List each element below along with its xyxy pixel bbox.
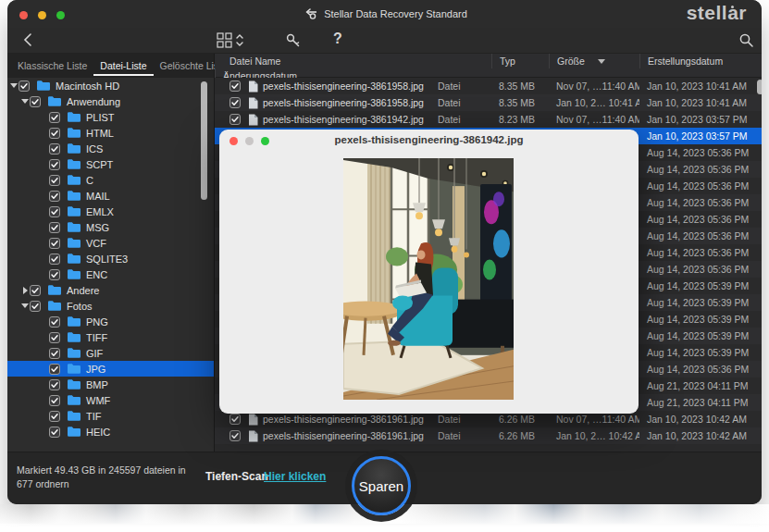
tree-item-label: Fotos xyxy=(67,301,93,312)
tree-item-plist[interactable]: PLIST xyxy=(7,109,214,125)
tree-item-label: TIF xyxy=(86,411,102,422)
tree-item-mail[interactable]: MAIL xyxy=(7,188,214,204)
table-row[interactable]: pexels-thisisengineering-3861958.jpgDate… xyxy=(215,78,762,94)
table-row[interactable]: pexels-thisisengineering-3861942.jpgDate… xyxy=(215,111,762,128)
tree-item-heic[interactable]: HEIC xyxy=(7,424,214,439)
file-type: Datei xyxy=(430,414,491,425)
file-modified: Aug 14, 2023 05:36 PM xyxy=(639,364,762,375)
tree-item-tif[interactable]: TIF xyxy=(7,408,214,424)
file-modified: Jan 10, 2023 10:42 AM xyxy=(639,430,762,441)
tree-item-emlx[interactable]: EMLX xyxy=(7,204,214,219)
checkbox-icon[interactable] xyxy=(49,411,60,422)
file-created: Jan 10, 2… 10:42 AM xyxy=(549,430,639,441)
checkbox-icon[interactable] xyxy=(229,114,241,125)
tree-item-sqlite3[interactable]: SQLITE3 xyxy=(7,251,214,266)
tree-item-label: EMLX xyxy=(86,206,114,217)
file-icon xyxy=(248,414,258,426)
checkbox-icon[interactable] xyxy=(49,128,60,139)
file-modified: Jan 10, 2023 10:41 AM xyxy=(639,80,762,92)
checkbox-icon[interactable] xyxy=(49,112,60,123)
expander-closed-icon[interactable] xyxy=(20,287,30,294)
tree-item-label: HEIC xyxy=(86,427,110,438)
checkbox-icon[interactable] xyxy=(49,348,60,359)
checkbox-icon[interactable] xyxy=(49,191,60,202)
checkbox-icon[interactable] xyxy=(49,254,60,265)
folder-icon xyxy=(67,190,81,202)
tree-item-tiff[interactable]: TIFF xyxy=(7,329,214,345)
checkbox-icon[interactable] xyxy=(30,301,41,312)
expander-open-icon[interactable] xyxy=(20,99,30,104)
tree-item-wmf[interactable]: WMF xyxy=(7,392,214,408)
tree-item-enc[interactable]: ENC xyxy=(7,266,214,282)
checkbox-icon[interactable] xyxy=(49,395,60,406)
folder-icon xyxy=(67,205,81,217)
tree-item-c[interactable]: C xyxy=(7,172,214,188)
tree-item-scpt[interactable]: SCPT xyxy=(7,156,214,172)
checkbox-icon[interactable] xyxy=(229,430,241,441)
help-icon[interactable]: ? xyxy=(333,31,342,47)
tree-item-png[interactable]: PNG xyxy=(7,314,214,329)
table-row[interactable]: pexels-thisisengineering-3861958.jpgDate… xyxy=(215,94,762,111)
checkbox-icon[interactable] xyxy=(49,143,60,155)
sort-caret-icon xyxy=(598,59,605,64)
checkbox-icon[interactable] xyxy=(49,364,60,375)
checkbox-icon[interactable] xyxy=(49,206,60,217)
sidebar-scrollbar[interactable] xyxy=(201,81,207,200)
file-name: pexels-thisisengineering-3861958.jpg xyxy=(263,80,430,92)
tree-item-msg[interactable]: MSG xyxy=(7,219,214,235)
file-name: pexels-thisisengineering-3861958.jpg xyxy=(263,97,430,108)
column-datei-name[interactable]: Datei Name xyxy=(215,54,430,68)
checkbox-icon[interactable] xyxy=(49,175,60,186)
file-type: Datei xyxy=(430,430,491,441)
checkbox-icon[interactable] xyxy=(49,427,60,438)
tree-item-anwendung[interactable]: Anwendung xyxy=(7,93,214,109)
checkbox-icon[interactable] xyxy=(49,332,60,343)
tab-datei-liste[interactable]: Datei-Liste xyxy=(93,56,153,76)
stellar-arrow-icon xyxy=(302,8,318,20)
preview-window: pexels-thisisengineering-3861942.jpg xyxy=(219,130,639,414)
checkbox-icon[interactable] xyxy=(229,80,241,92)
checkbox-icon[interactable] xyxy=(19,80,30,92)
checkbox-icon[interactable] xyxy=(30,285,41,296)
checkbox-icon[interactable] xyxy=(49,379,60,390)
tree-item-macintosh-hd[interactable]: Macintosh HD xyxy=(7,78,214,93)
tree-item-gif[interactable]: GIF xyxy=(7,345,214,361)
tree-item-label: MAIL xyxy=(86,191,110,202)
expander-open-icon[interactable] xyxy=(9,83,19,88)
key-icon[interactable] xyxy=(285,32,302,49)
preview-titlebar: pexels-thisisengineering-3861942.jpg xyxy=(219,130,639,152)
column-typ[interactable]: Typ xyxy=(491,54,549,68)
stellar-logo-dot xyxy=(731,6,734,8)
tree-item-ics[interactable]: ICS xyxy=(7,141,214,156)
checkbox-icon[interactable] xyxy=(30,96,41,107)
tree-item-fotos[interactable]: Fotos xyxy=(7,298,214,314)
checkbox-icon[interactable] xyxy=(229,97,241,108)
checkbox-icon[interactable] xyxy=(49,238,60,249)
checkbox-icon[interactable] xyxy=(49,316,60,328)
column-erstellungsdatum[interactable]: Erstellungsdatum xyxy=(639,54,762,68)
file-created: Nov 07, …11:40 AM xyxy=(549,80,639,92)
tab-klassische-liste[interactable]: Klassische Liste xyxy=(11,56,93,76)
tree-item-andere[interactable]: Andere xyxy=(7,282,214,298)
folder-icon xyxy=(67,315,81,328)
checkbox-icon[interactable] xyxy=(49,222,60,233)
expander-open-icon[interactable] xyxy=(20,303,30,308)
search-icon[interactable] xyxy=(738,32,754,48)
tree-item-jpg[interactable]: JPG xyxy=(7,361,214,377)
save-button[interactable]: Sparen xyxy=(352,456,411,515)
view-grid-icon[interactable] xyxy=(217,32,248,49)
tree-item-bmp[interactable]: BMP xyxy=(7,377,214,392)
checkbox-icon[interactable] xyxy=(229,414,241,425)
deep-scan-link[interactable]: Hier klicken xyxy=(264,470,326,483)
tree-item-label: JPG xyxy=(86,364,105,375)
tree-item-html[interactable]: HTML xyxy=(7,125,214,141)
tree-item-label: SQLITE3 xyxy=(86,254,128,265)
checkbox-icon[interactable] xyxy=(49,269,60,280)
checkbox-icon[interactable] xyxy=(49,159,60,170)
tree-item-vcf[interactable]: VCF xyxy=(7,235,214,251)
back-chevron-icon[interactable] xyxy=(22,32,33,47)
folder-icon xyxy=(67,347,81,359)
column-groesse[interactable]: Größe xyxy=(549,54,639,68)
table-scrollbar[interactable] xyxy=(757,80,762,94)
table-row[interactable]: pexels-thisisengineering-3861961.jpgDate… xyxy=(215,427,762,444)
